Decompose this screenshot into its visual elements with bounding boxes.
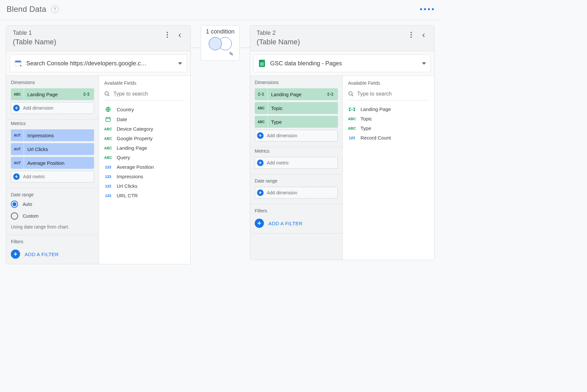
svg-line-1 [108, 95, 109, 96]
dimension-chip-type[interactable]: ABC Type [255, 116, 338, 128]
table2-collapse-icon[interactable]: ‹ [420, 31, 428, 39]
table2-datasource-select[interactable]: GSC data blending - Pages [253, 54, 431, 72]
number-type-icon: 123 [104, 194, 112, 198]
svg-point-0 [105, 92, 108, 95]
dropdown-caret-icon [422, 62, 426, 65]
metric-chip-avg-position[interactable]: AUT Average Position [11, 157, 94, 169]
abc-type-icon: ABC [348, 126, 356, 130]
daterange-label: Date range [11, 192, 94, 197]
table1-card: Table 1 (Table Name) ‹ Search Console ht… [6, 25, 191, 264]
add-filter-button[interactable]: + ADD A FILTER [255, 217, 338, 228]
metrics-label: Metrics [255, 148, 338, 154]
abc-type-icon: ABC [104, 127, 112, 131]
plus-icon: + [255, 219, 264, 228]
calendar-icon [104, 116, 112, 122]
daterange-auto-radio[interactable]: Auto [11, 201, 94, 208]
number-type-icon: 123 [104, 175, 112, 179]
search-icon [104, 91, 110, 97]
table1-more-icon[interactable] [163, 31, 171, 39]
type-badge-abc: ABC [11, 88, 24, 100]
sheets-icon [258, 60, 266, 67]
link-icon [327, 92, 338, 96]
available-fields-label: Available Fields [104, 80, 185, 86]
plus-icon: + [13, 105, 20, 111]
available-field-google-property[interactable]: ABC Google Property [104, 134, 185, 143]
dimensions-label: Dimensions [11, 80, 94, 85]
search-icon [348, 91, 354, 97]
metric-chip-url-clicks[interactable]: AUT Url Clicks [11, 143, 94, 155]
available-field-country[interactable]: Country [104, 104, 185, 114]
available-field-record-count[interactable]: 123 Record Count [348, 133, 429, 142]
plus-icon: + [13, 173, 20, 180]
table2-number: Table 2 [257, 30, 407, 36]
add-metric-button[interactable]: + Add metric [11, 171, 94, 183]
metrics-label: Metrics [11, 121, 94, 126]
add-dimension-button[interactable]: + Add dimension [255, 130, 338, 142]
plus-icon: + [11, 250, 20, 259]
table1-number: Table 1 [13, 30, 163, 36]
dimension-chip-landing-page[interactable]: Landing Page [255, 88, 338, 100]
search-console-icon [14, 60, 22, 67]
plus-icon: + [257, 160, 264, 166]
add-filter-button[interactable]: + ADD A FILTER [11, 248, 94, 259]
available-field-url-ctr[interactable]: 123 URL CTR [104, 191, 185, 200]
add-metric-button[interactable]: + Add metric [255, 157, 338, 169]
page-title: Blend Data [7, 5, 46, 14]
svg-point-7 [349, 92, 352, 95]
table2-datasource-label: GSC data blending - Pages [270, 60, 417, 67]
available-field-query[interactable]: ABC Query [104, 153, 185, 162]
available-field-topic[interactable]: ABC Topic [348, 114, 429, 123]
dropdown-caret-icon [178, 62, 182, 65]
add-dimension-button[interactable]: + Add dimension [11, 102, 94, 114]
venn-left-join-icon [209, 37, 232, 50]
join-connector: 1 condition ✎ [191, 25, 249, 61]
add-daterange-dimension-button[interactable]: + Add dimension [255, 187, 338, 199]
available-field-landing-page[interactable]: Landing Page [348, 104, 429, 114]
daterange-label: Date range [255, 178, 338, 184]
table1-datasource-select[interactable]: Search Console https://developers.google… [10, 54, 187, 72]
available-field-url-clicks[interactable]: 123 Url Clicks [104, 181, 185, 191]
field-search-input[interactable] [113, 91, 185, 97]
available-field-device-category[interactable]: ABC Device Category [104, 124, 185, 134]
join-config-button[interactable]: 1 condition ✎ [201, 25, 239, 61]
available-field-date[interactable]: Date [104, 114, 185, 124]
number-type-icon: 123 [104, 165, 112, 169]
drag-handle-icon[interactable] [420, 8, 434, 10]
svg-rect-3 [106, 118, 110, 121]
table2-name[interactable]: (Table Name) [257, 38, 407, 46]
daterange-hint: Using date range from chart. [11, 224, 94, 229]
header: Blend Data ? [0, 0, 440, 20]
dimensions-label: Dimensions [255, 80, 338, 85]
filters-label: Filters [11, 239, 94, 244]
plus-icon: + [257, 189, 264, 196]
table2-card: Table 2 (Table Name) ‹ GSC data blending… [250, 25, 434, 260]
table2-more-icon[interactable] [407, 31, 415, 39]
svg-line-8 [352, 95, 353, 96]
available-fields-label: Available Fields [348, 80, 429, 86]
pencil-icon: ✎ [229, 51, 233, 57]
filters-label: Filters [255, 208, 338, 213]
join-condition-label: 1 condition [206, 28, 234, 35]
plus-icon: + [257, 132, 264, 139]
available-field-type[interactable]: ABC Type [348, 123, 429, 133]
abc-type-icon: ABC [104, 137, 112, 141]
available-field-landing-page[interactable]: ABC Landing Page [104, 143, 185, 153]
dimension-chip-topic[interactable]: ABC Topic [255, 102, 338, 114]
available-field-impressions[interactable]: 123 Impressions [104, 172, 185, 181]
number-type-icon: 123 [104, 184, 112, 188]
radio-unchecked-icon [11, 212, 18, 220]
link-type-icon [348, 107, 356, 111]
link-type-icon [255, 88, 268, 100]
abc-type-icon: ABC [104, 146, 112, 150]
daterange-custom-radio[interactable]: Custom [11, 212, 94, 220]
number-type-icon: 123 [348, 136, 356, 140]
help-icon[interactable]: ? [51, 5, 59, 13]
field-search-input[interactable] [357, 91, 429, 97]
abc-type-icon: ABC [348, 117, 356, 121]
table1-name[interactable]: (Table Name) [13, 38, 163, 46]
link-icon [83, 92, 94, 96]
available-field-avg-position[interactable]: 123 Average Position [104, 162, 185, 172]
dimension-chip-landing-page[interactable]: ABC Landing Page [11, 88, 94, 100]
metric-chip-impressions[interactable]: AUT Impressions [11, 129, 94, 141]
table1-collapse-icon[interactable]: ‹ [176, 31, 184, 39]
